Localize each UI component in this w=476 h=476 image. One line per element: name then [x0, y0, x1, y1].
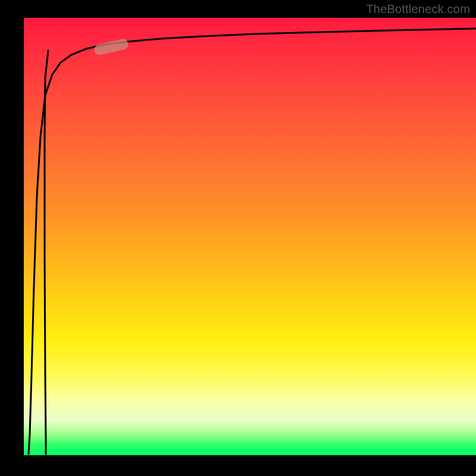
plot-area	[24, 18, 476, 455]
curve-marker	[93, 38, 130, 57]
watermark-label: TheBottleneck.com	[366, 2, 470, 16]
chart-frame: TheBottleneck.com	[0, 0, 476, 476]
marker-pill	[93, 38, 130, 57]
log-curve	[29, 29, 476, 454]
vertical-drop-segment	[45, 51, 48, 454]
curve-layer	[24, 18, 476, 455]
